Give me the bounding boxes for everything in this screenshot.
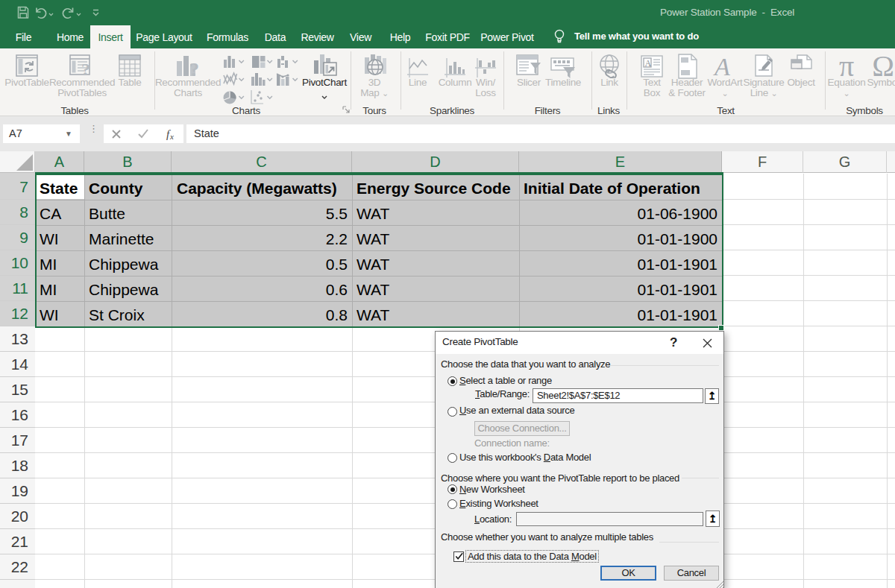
svg-text:A: A bbox=[645, 58, 652, 69]
svg-text:A: A bbox=[713, 54, 730, 78]
svg-text:?: ? bbox=[81, 60, 90, 78]
svg-text:?: ? bbox=[189, 59, 199, 79]
svg-text:x: x bbox=[169, 132, 174, 141]
